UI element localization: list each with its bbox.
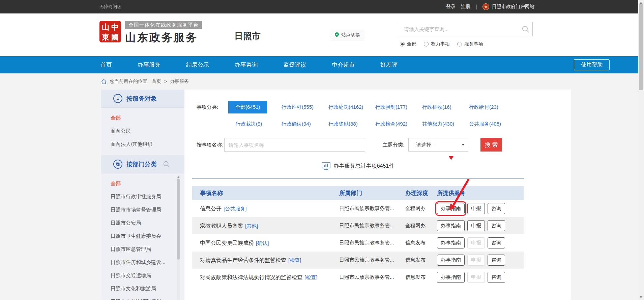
scope-power-items[interactable]: 权力事项 bbox=[424, 41, 450, 47]
shandong-seal-icon: 山 中 東 國 bbox=[99, 21, 121, 42]
service-target-list: 全部 面向公民 面向法人/其他组织 bbox=[101, 108, 184, 155]
accessibility-link[interactable]: 无障碍阅读 bbox=[99, 0, 121, 13]
consult-button[interactable]: 咨询 bbox=[488, 220, 505, 231]
dept-item[interactable]: 日照市文化和旅游局 bbox=[101, 282, 184, 295]
nav-services[interactable]: 办事服务 bbox=[138, 61, 160, 69]
topbar-divider: | bbox=[476, 4, 477, 9]
dept-item[interactable]: 日照市行政审批服务局 bbox=[101, 190, 184, 203]
dept-item[interactable]: 日照市卫生健康委员会 bbox=[101, 229, 184, 242]
brand-title: 山东政务服务 bbox=[125, 30, 202, 45]
nav-home[interactable]: 首页 bbox=[100, 61, 112, 69]
item-name[interactable]: 对清真食品生产经营条件的监督检查 bbox=[200, 257, 286, 263]
category-link[interactable]: 行政处罚(4162) bbox=[328, 104, 363, 110]
category-link[interactable]: 其他权力(430) bbox=[422, 121, 454, 127]
dept-item[interactable]: 日照市公安局 bbox=[101, 216, 184, 229]
circled-list-icon: ≡ bbox=[113, 94, 122, 103]
help-button[interactable]: 使用帮助 bbox=[574, 59, 610, 70]
consult-button[interactable]: 咨询 bbox=[488, 203, 505, 214]
search-button[interactable]: 搜 索 bbox=[480, 138, 502, 152]
register-link[interactable]: 注册 bbox=[461, 4, 470, 10]
category-link[interactable]: 行政检查(492) bbox=[375, 121, 407, 127]
sidebar-item-legal-persons[interactable]: 面向法人/其他组织 bbox=[101, 137, 184, 151]
consult-button[interactable]: 咨询 bbox=[488, 255, 505, 266]
item-department: 日照市民族宗教事务管... bbox=[339, 257, 405, 263]
category-label: 事项分类: bbox=[192, 104, 228, 110]
category-link[interactable]: 行政确认(94) bbox=[282, 121, 311, 127]
dept-item[interactable]: 日照市应急管理局 bbox=[101, 242, 184, 256]
guide-button[interactable]: 办事指南 bbox=[437, 237, 465, 248]
category-row-1: 事项分类: 全部(6451) 行政许可(555) 行政处罚(4162) 行政强制… bbox=[192, 101, 524, 113]
col-item-name: 事项名称 bbox=[192, 189, 339, 197]
nav-intermediary[interactable]: 中介超市 bbox=[332, 61, 355, 69]
nav-items: 首页 办事服务 结果公示 办事咨询 监督评议 中介超市 好差评 bbox=[100, 56, 423, 73]
dept-item[interactable]: 日照市自然资源和规划... bbox=[101, 295, 184, 300]
breadcrumb-home[interactable]: 首页 bbox=[152, 78, 161, 85]
scrollbar-thumb[interactable] bbox=[639, 4, 643, 90]
category-link[interactable]: 行政裁决(9) bbox=[236, 121, 262, 127]
item-department: 日照市民族宗教事务管... bbox=[339, 240, 405, 246]
sidebar-item-all-targets[interactable]: 全部 bbox=[101, 111, 184, 124]
item-name[interactable]: 对民族政策和法律法规执行情况的监督检查 bbox=[200, 274, 302, 280]
item-tag-link[interactable]: [公共服务] bbox=[224, 206, 246, 211]
nav-consult[interactable]: 办事咨询 bbox=[235, 61, 258, 69]
category-link[interactable]: 行政奖励(88) bbox=[328, 121, 358, 127]
item-name-input[interactable] bbox=[224, 138, 365, 152]
dept-item[interactable]: 日照市交通运输局 bbox=[101, 269, 184, 282]
sidebar-item-citizens[interactable]: 面向公民 bbox=[101, 124, 184, 137]
category-link[interactable]: 行政强制(177) bbox=[375, 104, 407, 110]
category-link[interactable]: 行政许可(555) bbox=[282, 104, 314, 110]
department-search-icon[interactable] bbox=[163, 161, 170, 168]
guide-button[interactable]: 办事指南 bbox=[437, 203, 465, 214]
apply-button[interactable]: 申报 bbox=[467, 220, 485, 231]
guide-button[interactable]: 办事指南 bbox=[437, 272, 465, 283]
nav-supervision[interactable]: 监督评议 bbox=[283, 61, 306, 69]
topbar-right: 登录 注册 | 日照市政府门户网站 bbox=[446, 0, 534, 13]
login-link[interactable]: 登录 bbox=[446, 4, 456, 10]
consult-button[interactable]: 咨询 bbox=[488, 237, 505, 248]
item-tag-link[interactable]: [确认] bbox=[256, 240, 269, 246]
scope-all[interactable]: 全部 bbox=[400, 41, 416, 47]
scope-service-items[interactable]: 服务事项 bbox=[457, 41, 483, 47]
page-scrollbar[interactable] bbox=[638, 0, 644, 300]
col-services: 所提供服务 bbox=[437, 189, 524, 197]
sidebar-scrollbar-thumb[interactable] bbox=[177, 179, 180, 260]
table-row: 对清真食品生产经营条件的监督检查[检查] 日照市民族宗教事务管... 信息发布 … bbox=[192, 252, 524, 269]
dept-item[interactable]: 日照市市场监督管理局 bbox=[101, 203, 184, 216]
item-tag-link[interactable]: [检查] bbox=[288, 257, 301, 263]
item-name[interactable]: 中国公民变更民族成份 bbox=[200, 240, 254, 246]
topic-select[interactable]: --请选择-- bbox=[408, 138, 468, 152]
item-department: 日照市民族宗教事务管... bbox=[339, 205, 405, 212]
scrollbar-down-icon[interactable] bbox=[640, 296, 642, 298]
item-tag-link[interactable]: [其他] bbox=[245, 223, 258, 229]
guide-button[interactable]: 办事指南 bbox=[437, 255, 465, 266]
nav-results[interactable]: 结果公示 bbox=[186, 61, 209, 69]
portal-link[interactable]: 日照市政府门户网站 bbox=[482, 3, 534, 10]
dept-item[interactable]: 日照市住房和城乡建设... bbox=[101, 256, 184, 269]
sidebar-header-service-target: ≡ 按服务对象 bbox=[101, 90, 184, 108]
category-all-selected[interactable]: 全部(6451) bbox=[228, 101, 267, 113]
apply-button[interactable]: 申报 bbox=[467, 203, 485, 214]
keyword-search-input[interactable] bbox=[399, 22, 532, 36]
category-row-2: 行政裁决(9) 行政确认(94) 行政奖励(88) 行政检查(492) 其他权力… bbox=[192, 121, 524, 127]
category-link[interactable]: 行政给付(23) bbox=[469, 104, 498, 110]
site-logo[interactable]: 山 中 東 國 全国一体化在线政务服务平台 山东政务服务 bbox=[99, 21, 202, 45]
sidebar-scrollbar-up-icon[interactable] bbox=[177, 176, 179, 178]
category-link[interactable]: 行政征收(16) bbox=[422, 104, 451, 110]
keyword-search-box bbox=[399, 22, 533, 36]
item-tag-link[interactable]: [检查] bbox=[304, 274, 317, 280]
consult-button[interactable]: 咨询 bbox=[488, 272, 505, 283]
dept-item-all[interactable]: 全部 bbox=[101, 177, 184, 190]
site-switch-button[interactable]: 站点切换 bbox=[330, 30, 365, 40]
content-container: ≡ 按服务对象 全部 面向公民 面向法人/其他组织 ⧉ 按部门分类 bbox=[101, 90, 571, 300]
scrollbar-up-icon[interactable] bbox=[640, 2, 642, 4]
item-name[interactable]: 信息公开 bbox=[200, 206, 222, 211]
breadcrumb-current[interactable]: 办事服务 bbox=[170, 78, 189, 85]
search-icon[interactable] bbox=[522, 25, 530, 33]
item-name[interactable]: 宗教教职人员备案 bbox=[200, 223, 243, 229]
category-link[interactable]: 公共服务(405) bbox=[469, 121, 501, 127]
nav-rating[interactable]: 好差评 bbox=[380, 61, 398, 69]
sidebar-header-departments: ⧉ 按部门分类 bbox=[101, 155, 184, 173]
guide-button[interactable]: 办事指南 bbox=[437, 220, 465, 231]
item-department: 日照市民族宗教事务管... bbox=[339, 223, 405, 229]
total-count-row: 办事服务总计事项6451件 bbox=[192, 162, 524, 170]
